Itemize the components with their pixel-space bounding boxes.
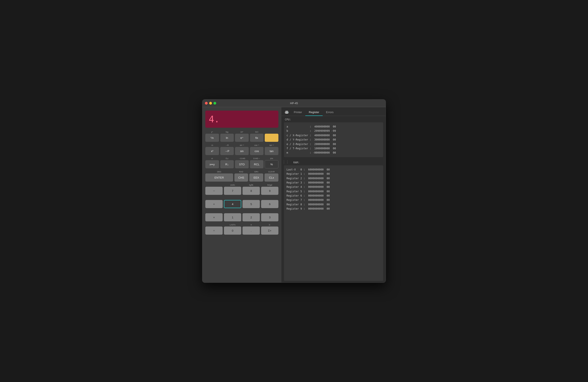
btn-inv-x[interactable]: ¹/x <box>205 134 219 142</box>
btn-group-sigma: Σ- Σ+ <box>261 224 278 235</box>
btn-group-x2: √x x² <box>205 144 219 155</box>
close-button[interactable] <box>205 102 208 105</box>
ram-label: RAM: <box>290 159 303 165</box>
button-row-2: √x x² →R →P sin⁻¹ sin cos⁻¹ cos tan⁻¹ <box>205 144 278 155</box>
button-row-7: × 1 2 3 <box>205 210 278 221</box>
btn-enter[interactable]: ENTER <box>205 174 233 181</box>
btn-multiply[interactable]: × <box>205 213 223 221</box>
btn-x-swap-y[interactable]: x⇔y <box>205 160 219 168</box>
btn-tan[interactable]: tan <box>265 147 278 155</box>
main-content: 4. yˣ ¹/x log ln 10ˣ eˣ SCI fix <box>202 107 386 283</box>
btn-to-p[interactable]: →P <box>220 147 234 155</box>
btn-group-ln: log ln <box>220 131 234 142</box>
btn-dot[interactable]: . <box>243 226 260 235</box>
btn-divide[interactable]: ÷ <box>205 226 223 235</box>
btn-label-deltapct: Δ% <box>270 157 273 160</box>
ram-reg-3: Register 3 : 0000000000 00 <box>287 180 380 185</box>
btn-group-yellow <box>265 131 278 142</box>
ram-reg-lastx: Last-X 0 : 6000000000 00 <box>287 167 380 172</box>
btn-label-10x: 10ˣ <box>240 131 243 133</box>
btn-chs[interactable]: CHS <box>234 174 248 181</box>
btn-group-7: cm/in 7 <box>224 184 241 195</box>
btn-ex[interactable]: eˣ <box>235 134 249 142</box>
btn-rcl[interactable]: RCL <box>250 160 264 168</box>
cpu-label: CPU: <box>281 116 386 122</box>
btn-minus[interactable]: − <box>205 187 223 195</box>
btn-label-deg: DEG <box>217 170 221 173</box>
btn-yellow[interactable] <box>265 134 278 142</box>
btn-group-enter: DEG ENTER <box>205 170 233 181</box>
btn-label-pi: π <box>251 224 252 226</box>
btn-group-9: ltr/gal 9 <box>261 184 278 195</box>
tab-register[interactable]: Register <box>305 109 322 116</box>
cpu-reg-c: c / X-Register : 4000000000 00 <box>287 133 380 137</box>
btn-8[interactable]: 8 <box>243 187 260 195</box>
btn-group-rdown: x̄,s R↓ <box>220 157 234 168</box>
ram-section-row: ⋮⋮ RAM: <box>281 159 386 165</box>
minimize-button[interactable] <box>209 102 212 105</box>
btn-4[interactable]: 4 <box>224 200 241 208</box>
btn-ln[interactable]: ln <box>220 134 234 142</box>
btn-label-sqrtx: √x <box>211 144 213 147</box>
cpu-registers: a : 4000000000 00 b : 2999999999 -99 c /… <box>284 122 383 157</box>
btn-group-1: 1 <box>224 210 241 221</box>
btn-r-down[interactable]: R↓ <box>220 160 234 168</box>
ram-reg-9: Register 9 : 0000000000 00 <box>287 207 380 211</box>
btn-percent[interactable]: % <box>265 160 278 168</box>
ram-registers: Last-X 0 : 6000000000 00 Register 1 : 00… <box>284 165 383 281</box>
btn-group-mult: × <box>205 210 223 221</box>
btn-group-5: 5 <box>243 197 260 208</box>
btn-5[interactable]: 5 <box>243 200 260 208</box>
btn-label-rad: RAD <box>239 170 243 173</box>
btn-group-sin: sin⁻¹ sin <box>235 144 249 155</box>
btn-clx[interactable]: CLx <box>265 174 278 181</box>
btn-group-inv-x: yˣ ¹/x <box>205 131 219 142</box>
btn-sto[interactable]: STO <box>235 160 249 168</box>
btn-group-fix: SCI fix <box>250 131 264 142</box>
btn-fix[interactable]: fix <box>250 134 264 142</box>
tab-bar: Printer Register Errors <box>281 107 386 116</box>
svg-point-3 <box>288 112 288 112</box>
btn-9[interactable]: 9 <box>261 187 278 195</box>
ram-reg-6: Register 6 : 0000000000 00 <box>287 194 380 198</box>
btn-label-tan-inv: tan⁻¹ <box>270 144 274 147</box>
btn-6[interactable]: 6 <box>261 200 278 208</box>
tab-printer[interactable]: Printer <box>290 109 305 116</box>
btn-plus[interactable]: + <box>205 200 223 208</box>
btn-1[interactable]: 1 <box>224 213 241 221</box>
btn-label-dmsto: D.MS→ <box>253 157 260 160</box>
btn-group-eex: GRA EEX <box>249 170 263 181</box>
btn-group-tan: tan⁻¹ tan <box>265 144 278 155</box>
btn-label-yx: yˣ <box>211 131 213 133</box>
button-row-1: yˣ ¹/x log ln 10ˣ eˣ SCI fix <box>205 131 278 142</box>
btn-x2[interactable]: x² <box>205 147 219 155</box>
maximize-button[interactable] <box>213 102 216 105</box>
drag-handle[interactable]: ⋮⋮ <box>281 160 290 164</box>
tab-errors[interactable]: Errors <box>323 109 337 116</box>
traffic-lights <box>205 102 216 105</box>
btn-sin[interactable]: sin <box>235 147 249 155</box>
btn-group-xswap: n! x⇔y <box>205 157 219 168</box>
cpu-reg-f: f / T-Register : 1000000000 00 <box>287 146 380 151</box>
printer-icon <box>285 111 289 114</box>
btn-group-div: ÷ <box>205 224 223 235</box>
btn-group-pct: Δ% % <box>265 157 278 168</box>
btn-sigma-plus[interactable]: Σ+ <box>261 226 278 235</box>
btn-group-chs: RAD CHS <box>234 170 248 181</box>
btn-group-3: 3 <box>261 210 278 221</box>
btn-cos[interactable]: cos <box>250 147 264 155</box>
svg-rect-2 <box>285 112 288 113</box>
btn-label-xbars: x̄,s <box>226 157 228 160</box>
btn-label-log: log <box>226 131 228 133</box>
btn-2[interactable]: 2 <box>243 213 260 221</box>
btn-0[interactable]: 0 <box>224 226 241 235</box>
btn-label-sin-inv: sin⁻¹ <box>240 144 244 147</box>
btn-group-8: kg/lb 8 <box>243 184 260 195</box>
btn-3[interactable]: 3 <box>261 213 278 221</box>
button-row-4: DEG ENTER RAD CHS GRA EEX CLEAR CLx <box>205 170 278 181</box>
ram-reg-7: Register 7 : 0000000000 00 <box>287 198 380 202</box>
btn-7[interactable]: 7 <box>224 187 241 195</box>
btn-eex[interactable]: EEX <box>249 174 263 181</box>
button-row-3: n! x⇔y x̄,s R↓ →D.MS STO D.MS→ RCL Δ% <box>205 157 278 168</box>
btn-group-plus: + <box>205 197 223 208</box>
